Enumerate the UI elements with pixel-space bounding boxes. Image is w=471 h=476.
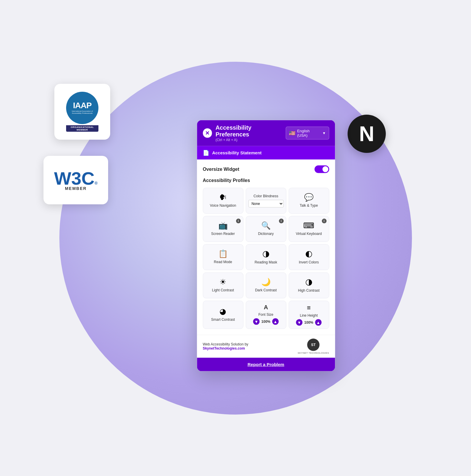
footer-logo-container: ST SKYNET TECHNOLOGIES [298,338,329,354]
font-size-increase[interactable]: ▲ [272,318,279,325]
light-contrast-icon: ☀ [219,278,226,286]
skynet-label: SKYNET TECHNOLOGIES [298,351,329,354]
dictionary-label: Dictionary [258,232,274,236]
screen-reader-label: Screen Reader [211,232,235,236]
w3c-logo: W 3 C ® [54,169,98,188]
invert-colors-label: Invert Colors [299,260,319,264]
top-row: 🗣 Voice Navigation Color Blindness None … [203,188,329,213]
w3c-member-text: MEMBER [65,186,87,191]
talk-type-icon: 💬 [304,193,314,201]
panel-header: ✕ Accessibility Preferences (Ctrl + Alt … [197,120,335,146]
invert-colors-cell[interactable]: ◐ Invert Colors [289,244,329,270]
font-size-icon: A [264,304,268,310]
color-blindness-cell[interactable]: Color Blindness None Protanopia Deuteran… [246,188,286,213]
page-wrapper: IAAP International Association of Access… [0,0,471,476]
screen-reader-icon: 📺 [218,222,228,229]
st-logo: ST [307,338,319,351]
language-text: English (USA) [297,128,321,137]
grid-row-1: i 📺 Screen Reader i 🔍 Dictionary i ⌨ Vir… [203,216,329,242]
line-height-icon: ≡ [307,304,311,311]
light-contrast-label: Light Contrast [212,288,234,292]
talk-and-type-cell[interactable]: 💬 Talk & Type [289,188,329,213]
statement-text: Accessibility Statement [212,150,262,155]
toggle-knob [322,166,328,172]
panel-shortcut: (Ctrl + Alt + A) [215,138,286,142]
high-contrast-label: High Contrast [298,288,319,293]
oversize-toggle[interactable] [314,165,329,173]
read-mode-label: Read Mode [214,260,232,264]
accessibility-statement-bar[interactable]: 📄 Accessibility Statement [197,146,335,159]
iaap-title: IAAP [73,101,92,110]
language-dropdown-arrow: ▼ [322,131,326,135]
read-mode-cell[interactable]: 📋 Read Mode [203,244,243,270]
smart-contrast-label: Smart Contrast [211,318,235,322]
panel-title-group: ✕ Accessibility Preferences (Ctrl + Alt … [203,124,286,142]
footer-brand-label: Web Accessibility Solution by [203,342,248,346]
dictionary-info[interactable]: i [279,218,284,223]
voice-navigation-label: Voice Navigation [210,203,236,208]
virtual-keyboard-info[interactable]: i [322,218,326,223]
invert-colors-icon: ◐ [305,250,312,258]
panel-title-container: Accessibility Preferences (Ctrl + Alt + … [215,124,286,142]
w3c-badge: W 3 C ® MEMBER [43,156,108,204]
profiles-label: Accessibility Profiles [203,178,329,183]
report-problem-bar[interactable]: Report a Problem [197,358,335,371]
grid-row-3: ☀ Light Contrast 🌙 Dark Contrast ◑ High … [203,272,329,298]
smart-contrast-cell[interactable]: ◕ Smart Contrast [203,300,243,329]
grid-row-4: ◕ Smart Contrast A Font Size ▼ 100% ▲ ≡ … [203,300,329,329]
line-height-value: 100% [304,320,314,324]
voice-navigation-cell[interactable]: 🗣 Voice Navigation [203,188,243,213]
dictionary-cell[interactable]: i 🔍 Dictionary [246,216,286,242]
panel-title: Accessibility Preferences [215,124,286,138]
oversize-widget-row: Oversize Widget [203,165,329,173]
panel-body: Oversize Widget Accessibility Profiles 🗣… [197,159,335,335]
footer-brand-line1: Web Accessibility Solution by [203,342,248,346]
close-icon: ✕ [205,130,209,136]
virtual-keyboard-cell[interactable]: i ⌨ Virtual Keyboard [289,216,329,242]
high-contrast-cell[interactable]: ◑ High Contrast [289,272,329,298]
st-logo-text: ST [311,343,316,346]
line-height-cell: ≡ Line Height ▼ 100% ▲ [289,300,329,329]
iaap-badge: IAAP International Association of Access… [54,84,110,140]
dark-contrast-icon: 🌙 [261,278,271,286]
report-problem-label: Report a Problem [247,362,284,367]
screen-reader-info[interactable]: i [236,218,241,223]
virtual-keyboard-icon: ⌨ [303,222,314,229]
accessibility-panel: ✕ Accessibility Preferences (Ctrl + Alt … [197,120,335,371]
high-contrast-icon: ◑ [305,278,312,286]
color-blindness-label: Color Blindness [254,194,278,198]
footer-link[interactable]: SkynetTechnologies.com [203,346,245,350]
font-size-cell: A Font Size ▼ 100% ▲ [246,300,286,329]
grid-row-2: 📋 Read Mode ◑ Reading Mask ◐ Invert Colo… [203,244,329,270]
font-size-label: Font Size [259,312,274,316]
font-size-decrease[interactable]: ▼ [253,318,260,325]
line-height-decrease[interactable]: ▼ [296,319,303,325]
reading-mask-icon: ◑ [262,250,269,258]
footer-brand-line2: SkynetTechnologies.com [203,346,248,350]
dark-contrast-cell[interactable]: 🌙 Dark Contrast [246,272,286,298]
line-height-label: Line Height [300,313,318,317]
line-height-increase[interactable]: ▲ [315,319,321,325]
reading-mask-cell[interactable]: ◑ Reading Mask [246,244,286,270]
color-blindness-select[interactable]: None Protanopia Deuteranopia Tritanopia … [248,200,284,207]
iaap-subtitle: International Association of Accessibili… [71,110,94,114]
virtual-keyboard-label: Virtual Keyboard [296,232,322,236]
light-contrast-cell[interactable]: ☀ Light Contrast [203,272,243,298]
iaap-member-badge: ORGANIZATIONALMEMBER [66,125,98,132]
dark-contrast-label: Dark Contrast [255,288,277,292]
footer-brand-text: Web Accessibility Solution by SkynetTech… [203,342,248,350]
screen-reader-cell[interactable]: i 📺 Screen Reader [203,216,243,242]
line-height-controls: ▼ 100% ▲ [296,319,322,325]
language-selector[interactable]: 🇺🇸 English (USA) ▼ [286,126,329,139]
statement-icon: 📄 [203,149,209,156]
n-badge: N [348,115,386,153]
talk-type-label: Talk & Type [300,203,318,208]
n-letter: N [359,123,374,144]
panel-footer: Web Accessibility Solution by SkynetTech… [197,335,335,358]
font-size-value: 100% [262,319,271,323]
close-button[interactable]: ✕ [203,128,212,138]
oversize-label: Oversize Widget [203,166,239,172]
font-size-controls: ▼ 100% ▲ [253,318,279,325]
smart-contrast-icon: ◕ [219,308,226,315]
voice-navigation-icon: 🗣 [219,193,227,201]
